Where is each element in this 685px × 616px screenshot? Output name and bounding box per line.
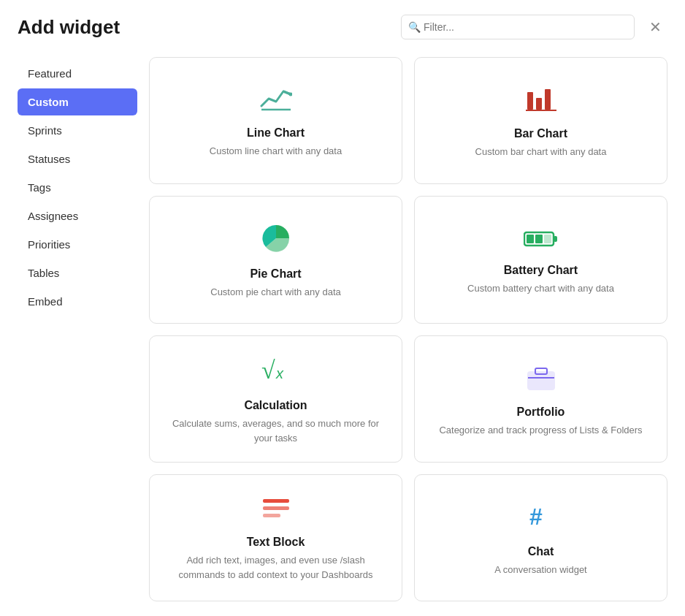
- widget-card-line-chart[interactable]: Line Chart Custom line chart with any da…: [149, 57, 402, 184]
- svg-rect-17: [263, 499, 289, 503]
- pie-chart-name: Pie Chart: [250, 267, 301, 281]
- widget-card-pie-chart[interactable]: Pie Chart Custom pie chart with any data: [149, 196, 402, 323]
- svg-rect-9: [527, 235, 534, 243]
- text-block-icon: [261, 496, 291, 525]
- bar-chart-icon: [525, 85, 557, 117]
- text-block-name: Text Block: [247, 536, 305, 549]
- sidebar-item-sprints[interactable]: Sprints: [18, 117, 137, 144]
- portfolio-desc: Categorize and track progress of Lists &…: [439, 423, 642, 438]
- search-icon: 🔍: [408, 21, 421, 33]
- portfolio-name: Portfolio: [517, 406, 565, 419]
- chat-desc: A conversation widget: [494, 563, 586, 577]
- svg-text:#: #: [529, 503, 543, 530]
- sidebar-item-custom[interactable]: Custom: [18, 88, 137, 115]
- header-actions: 🔍 ✕: [401, 15, 667, 39]
- close-button[interactable]: ✕: [643, 15, 667, 39]
- bar-chart-name: Bar Chart: [514, 127, 567, 140]
- bar-chart-desc: Custom bar chart with any data: [475, 145, 607, 159]
- calculation-desc: Calculate sums, averages, and so much mo…: [164, 417, 387, 445]
- widget-card-chat[interactable]: # Chat A conversation widget: [414, 474, 667, 601]
- portfolio-icon: [525, 363, 557, 395]
- line-chart-desc: Custom line chart with any data: [210, 144, 342, 159]
- pie-chart-desc: Custom pie chart with any data: [210, 285, 340, 300]
- battery-chart-icon: [524, 227, 559, 254]
- line-chart-icon: [260, 85, 292, 116]
- chat-name: Chat: [528, 545, 554, 558]
- page-title: Add widget: [18, 16, 120, 39]
- sidebar: Featured Custom Sprints Statuses Tags As…: [18, 57, 149, 601]
- filter-input[interactable]: [401, 15, 635, 39]
- pie-chart-icon: [261, 224, 291, 257]
- widget-card-portfolio[interactable]: Portfolio Categorize and track progress …: [414, 335, 667, 463]
- svg-rect-8: [554, 236, 557, 242]
- sidebar-item-tags[interactable]: Tags: [18, 174, 137, 201]
- line-chart-name: Line Chart: [247, 126, 305, 140]
- sidebar-item-priorities[interactable]: Priorities: [18, 231, 137, 258]
- svg-rect-18: [263, 506, 289, 510]
- widget-grid: Line Chart Custom line chart with any da…: [149, 57, 667, 601]
- svg-rect-3: [536, 98, 542, 110]
- svg-rect-4: [545, 89, 551, 110]
- main-content: Featured Custom Sprints Statuses Tags As…: [18, 57, 667, 601]
- svg-rect-10: [535, 235, 543, 243]
- widget-card-calculation[interactable]: √ x Calculation Calculate sums, averages…: [149, 335, 402, 463]
- battery-chart-name: Battery Chart: [504, 264, 578, 277]
- filter-wrap: 🔍: [401, 15, 635, 39]
- widget-card-text-block[interactable]: Text Block Add rich text, images, and ev…: [149, 474, 402, 601]
- svg-text:x: x: [275, 365, 284, 381]
- svg-rect-2: [527, 92, 533, 110]
- calculation-icon: √ x: [260, 355, 292, 389]
- header: Add widget 🔍 ✕: [18, 15, 667, 39]
- sidebar-item-embed[interactable]: Embed: [18, 288, 137, 315]
- sidebar-item-featured[interactable]: Featured: [18, 60, 137, 87]
- sidebar-item-statuses[interactable]: Statuses: [18, 145, 137, 172]
- sidebar-item-tables[interactable]: Tables: [18, 259, 137, 286]
- svg-text:√: √: [261, 357, 275, 384]
- sidebar-item-assignees[interactable]: Assignees: [18, 202, 137, 229]
- battery-chart-desc: Custom battery chart with any data: [467, 281, 614, 296]
- text-block-desc: Add rich text, images, and even use /sla…: [164, 553, 387, 582]
- chat-icon: #: [527, 501, 556, 535]
- svg-rect-19: [263, 514, 280, 517]
- widget-card-battery-chart[interactable]: Battery Chart Custom battery chart with …: [414, 196, 667, 323]
- widget-card-bar-chart[interactable]: Bar Chart Custom bar chart with any data: [414, 57, 667, 184]
- calculation-name: Calculation: [244, 399, 307, 412]
- svg-rect-11: [544, 235, 551, 243]
